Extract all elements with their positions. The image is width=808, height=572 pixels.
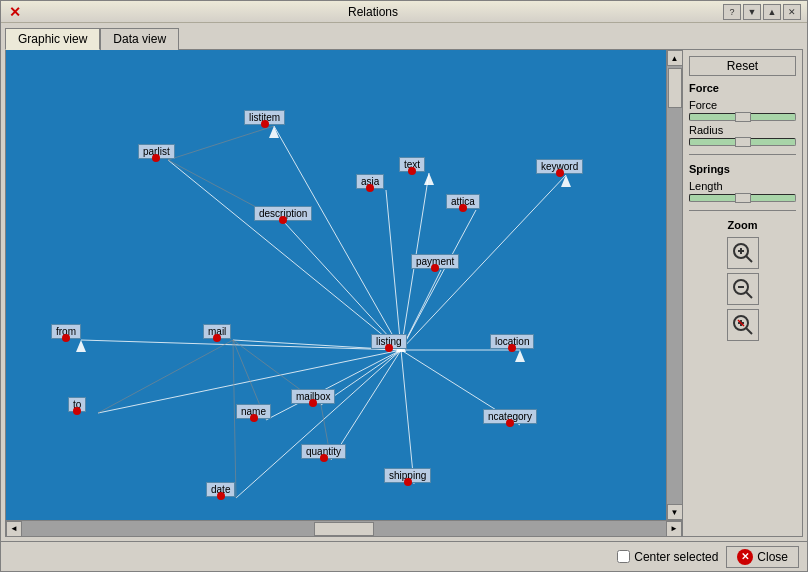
scroll-v-track[interactable] bbox=[667, 66, 682, 504]
close-icon: ✕ bbox=[737, 549, 753, 565]
node-asia[interactable]: asia bbox=[356, 174, 384, 189]
svg-line-18 bbox=[168, 126, 274, 160]
main-area: listitem parlist text asia bbox=[5, 49, 803, 537]
node-text[interactable]: text bbox=[399, 157, 425, 172]
springs-section: Springs Length bbox=[689, 163, 796, 202]
force-slider-row: Force bbox=[689, 99, 796, 121]
title-bar-buttons: ? ▼ ▲ ✕ bbox=[723, 4, 801, 20]
vertical-scrollbar[interactable]: ▲ ▼ bbox=[666, 50, 682, 520]
divider-1 bbox=[689, 154, 796, 155]
length-slider[interactable] bbox=[689, 194, 796, 202]
scroll-right-button[interactable]: ► bbox=[666, 521, 682, 537]
close-button[interactable]: ✕ Close bbox=[726, 546, 799, 568]
close-label: Close bbox=[757, 550, 788, 564]
center-selected-checkbox[interactable] bbox=[617, 550, 630, 563]
graph-container: listitem parlist text asia bbox=[6, 50, 682, 536]
zoom-fit-button[interactable] bbox=[727, 273, 759, 305]
help-button[interactable]: ? bbox=[723, 4, 741, 20]
svg-marker-27 bbox=[561, 175, 571, 187]
right-panel: Reset Force Force Radius bbox=[682, 50, 802, 536]
force-section: Force Force Radius bbox=[689, 82, 796, 146]
svg-marker-26 bbox=[269, 126, 279, 138]
center-selected-area: Center selected bbox=[617, 550, 718, 564]
svg-line-3 bbox=[386, 190, 401, 350]
svg-line-7 bbox=[401, 270, 441, 350]
center-selected-label: Center selected bbox=[634, 550, 718, 564]
scroll-left-button[interactable]: ◄ bbox=[6, 521, 22, 537]
node-mailbox[interactable]: mailbox bbox=[291, 389, 335, 404]
minimize-button[interactable]: ▼ bbox=[743, 4, 761, 20]
close-title-button[interactable]: ✕ bbox=[783, 4, 801, 20]
node-keyword[interactable]: keyword bbox=[536, 159, 583, 174]
zoom-section-label: Zoom bbox=[728, 219, 758, 231]
scroll-down-button[interactable]: ▼ bbox=[667, 504, 683, 520]
reset-button[interactable]: Reset bbox=[689, 56, 796, 76]
zoom-section: Zoom bbox=[689, 219, 796, 341]
node-quantity[interactable]: quantity bbox=[301, 444, 346, 459]
bottom-bar: Center selected ✕ Close bbox=[1, 541, 807, 571]
length-slider-row: Length bbox=[689, 180, 796, 202]
scroll-h-thumb[interactable] bbox=[314, 522, 374, 536]
app-icon: ✕ bbox=[7, 4, 23, 20]
node-ncategory[interactable]: ncategory bbox=[483, 409, 537, 424]
node-mail[interactable]: mail bbox=[203, 324, 231, 339]
node-listing[interactable]: listing bbox=[371, 334, 407, 349]
node-to[interactable]: to bbox=[68, 397, 86, 412]
title-bar-left: ✕ bbox=[7, 4, 23, 20]
svg-line-0 bbox=[274, 126, 401, 350]
tab-data-view[interactable]: Data view bbox=[100, 28, 179, 50]
node-shipping[interactable]: shipping bbox=[384, 468, 431, 483]
node-name[interactable]: name bbox=[236, 404, 271, 419]
zoom-in-button[interactable] bbox=[727, 237, 759, 269]
springs-section-label: Springs bbox=[689, 163, 796, 175]
svg-line-8 bbox=[81, 340, 401, 350]
scroll-h-track[interactable] bbox=[22, 521, 666, 536]
svg-line-16 bbox=[401, 350, 414, 484]
node-description[interactable]: description bbox=[254, 206, 312, 221]
node-listitem[interactable]: listitem bbox=[244, 110, 285, 125]
node-payment[interactable]: payment bbox=[411, 254, 459, 269]
node-location[interactable]: location bbox=[490, 334, 534, 349]
svg-marker-30 bbox=[424, 173, 434, 185]
svg-line-32 bbox=[746, 256, 752, 262]
tab-bar: Graphic view Data view bbox=[5, 27, 803, 49]
zoom-in-icon bbox=[731, 241, 755, 265]
scroll-v-thumb[interactable] bbox=[668, 68, 682, 108]
svg-line-36 bbox=[746, 292, 752, 298]
svg-line-6 bbox=[401, 210, 476, 350]
svg-line-20 bbox=[98, 340, 233, 413]
force-slider-thumb[interactable] bbox=[735, 112, 751, 122]
horizontal-scrollbar[interactable]: ◄ ► bbox=[6, 520, 682, 536]
divider-2 bbox=[689, 210, 796, 211]
force-slider[interactable] bbox=[689, 113, 796, 121]
main-window: ✕ Relations ? ▼ ▲ ✕ Graphic view Data vi… bbox=[0, 0, 808, 572]
svg-marker-29 bbox=[515, 350, 525, 362]
length-slider-thumb[interactable] bbox=[735, 193, 751, 203]
length-label: Length bbox=[689, 180, 796, 192]
radius-label: Radius bbox=[689, 124, 796, 136]
radius-slider-row: Radius bbox=[689, 124, 796, 146]
svg-line-17 bbox=[236, 350, 401, 498]
node-from[interactable]: from bbox=[51, 324, 81, 339]
content-area: Graphic view Data view bbox=[1, 23, 807, 541]
window-title: Relations bbox=[348, 5, 398, 19]
graph-viewport[interactable]: listitem parlist text asia bbox=[6, 50, 666, 520]
title-bar-center: Relations bbox=[23, 5, 723, 19]
node-date[interactable]: date bbox=[206, 482, 235, 497]
svg-line-23 bbox=[233, 340, 236, 498]
zoom-out-button[interactable] bbox=[727, 309, 759, 341]
scroll-up-button[interactable]: ▲ bbox=[667, 50, 683, 66]
zoom-fit-icon bbox=[731, 277, 755, 301]
maximize-button[interactable]: ▲ bbox=[763, 4, 781, 20]
node-parlist[interactable]: parlist bbox=[138, 144, 175, 159]
force-section-label: Force bbox=[689, 82, 796, 94]
title-bar: ✕ Relations ? ▼ ▲ ✕ bbox=[1, 1, 807, 23]
node-attica[interactable]: attica bbox=[446, 194, 480, 209]
radius-slider[interactable] bbox=[689, 138, 796, 146]
zoom-out-icon bbox=[731, 313, 755, 337]
radius-slider-thumb[interactable] bbox=[735, 137, 751, 147]
svg-line-12 bbox=[266, 350, 401, 420]
tab-graphic-view[interactable]: Graphic view bbox=[5, 28, 100, 50]
svg-line-39 bbox=[746, 328, 752, 334]
svg-marker-28 bbox=[76, 340, 86, 352]
